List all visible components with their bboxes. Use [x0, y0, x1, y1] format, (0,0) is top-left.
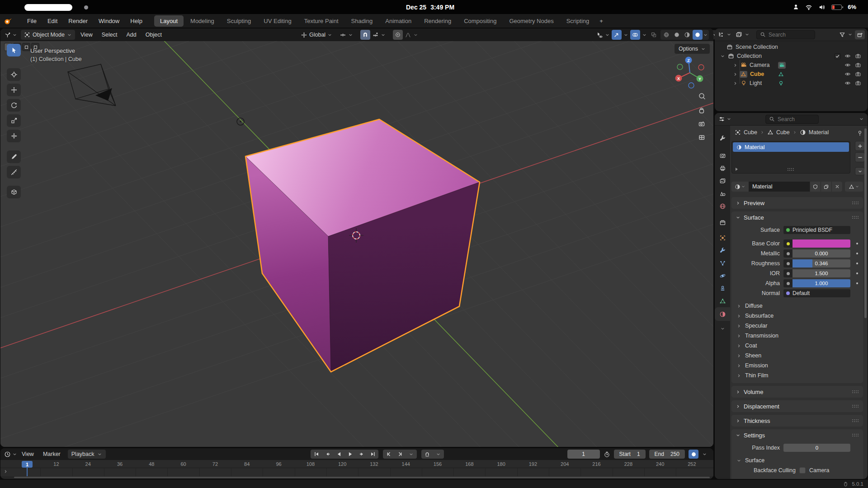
animate-dot[interactable] [856, 243, 858, 244]
show-gizmo-toggle[interactable] [612, 30, 622, 40]
drag-handle[interactable] [852, 434, 859, 437]
gizmo-neg-y[interactable] [677, 64, 683, 70]
collection-checkbox[interactable] [835, 53, 840, 59]
channel-expand-icon[interactable] [3, 469, 8, 474]
properties-tab-output[interactable] [715, 162, 730, 174]
tool-move[interactable] [7, 84, 21, 96]
viewport-menu-add[interactable]: Add [127, 32, 137, 38]
properties-search[interactable] [765, 115, 819, 124]
xray-toggle[interactable] [649, 30, 659, 40]
editor-type-properties-icon[interactable] [718, 116, 725, 122]
editor-type-timeline-icon[interactable] [4, 451, 11, 458]
pivot-point-icon[interactable] [340, 32, 346, 38]
hide-viewport-icon[interactable] [844, 71, 851, 77]
material-slot-list[interactable]: Material [731, 141, 850, 174]
chevron-down-icon[interactable] [848, 32, 853, 37]
frame-start-field[interactable]: Start1 [614, 450, 646, 459]
workspace-tab-uv-editing[interactable]: UV Editing [258, 15, 297, 27]
shading-wireframe-button[interactable] [661, 30, 671, 40]
tool-select-box[interactable] [7, 44, 21, 56]
timeline-ruler[interactable]: 1122436486072849610812013214415616818019… [0, 460, 713, 468]
chevron-down-icon[interactable] [381, 33, 386, 38]
timeline-menu-marker[interactable]: Marker [43, 451, 61, 457]
chevron-down-icon[interactable] [745, 32, 750, 37]
snap-toggle[interactable] [360, 30, 370, 40]
base-color-swatch[interactable] [793, 239, 850, 248]
properties-tab-world[interactable] [715, 200, 730, 212]
subpanel-subsurface[interactable]: Subsurface [731, 311, 863, 321]
chevron-down-icon[interactable] [642, 33, 647, 38]
hide-viewport-icon[interactable] [844, 62, 851, 68]
breadcrumb-data[interactable]: Cube [776, 129, 790, 136]
chevron-down-icon[interactable] [348, 33, 353, 38]
properties-tab-physics[interactable] [715, 269, 730, 282]
disable-render-icon[interactable] [855, 53, 861, 59]
drag-handle[interactable] [788, 168, 794, 171]
workspace-tab-shading[interactable]: Shading [345, 15, 379, 27]
properties-tab-collection[interactable] [715, 216, 730, 229]
shading-solid-button[interactable] [672, 30, 682, 40]
menu-file[interactable]: File [27, 18, 37, 24]
normal-dropdown[interactable]: Default [783, 289, 850, 297]
menu-render[interactable]: Render [68, 18, 88, 24]
gizmo-neg-z[interactable] [689, 83, 694, 88]
orientation-dropdown[interactable]: Global [309, 32, 326, 38]
keying-dropdown[interactable] [433, 450, 444, 459]
options-dropdown[interactable]: Options [675, 44, 710, 54]
frame-jump-dropdown[interactable] [406, 450, 417, 459]
panel-surface[interactable]: Surface Surface Principled BSDF Base Col… [731, 211, 863, 383]
subpanel-surface-settings[interactable]: Surface [731, 455, 863, 465]
properties-tab-render[interactable] [715, 149, 730, 162]
pass-index-field[interactable]: 0 [783, 444, 850, 452]
timeline-channels[interactable] [0, 468, 713, 476]
use-preview-range-icon[interactable] [604, 451, 610, 458]
animate-dot[interactable] [856, 282, 858, 284]
tool-scale[interactable] [7, 114, 21, 127]
next-keyframe-button[interactable] [356, 450, 367, 459]
chevron-down-icon[interactable] [726, 32, 731, 37]
menu-window[interactable]: Window [99, 18, 119, 24]
add-slot-button[interactable] [855, 141, 865, 151]
chevron-down-icon[interactable] [12, 452, 17, 457]
drag-handle[interactable] [852, 405, 859, 408]
tool-add-cube[interactable] [7, 186, 21, 198]
properties-tab-modifiers[interactable] [715, 244, 730, 257]
material-slot-selected[interactable]: Material [733, 142, 849, 152]
outliner-search[interactable] [756, 30, 815, 39]
chevron-down-icon[interactable] [859, 117, 864, 122]
show-object-types-icon[interactable] [596, 31, 603, 38]
playhead-line[interactable] [27, 467, 28, 476]
subpanel-diffuse[interactable]: Diffuse [731, 301, 863, 311]
menu-help[interactable]: Help [130, 18, 142, 24]
drag-handle[interactable] [852, 419, 859, 422]
socket-icon[interactable] [783, 269, 793, 277]
outliner-row-scene-collection[interactable]: Scene Collection [715, 42, 868, 52]
outliner-row-cube[interactable]: Cube [715, 70, 868, 79]
select-mode-subtract[interactable] [22, 43, 30, 51]
chevron-down-icon[interactable] [702, 452, 707, 457]
shading-material-button[interactable] [682, 30, 692, 40]
backface-camera-checkbox[interactable] [799, 467, 806, 474]
viewport-menu-select[interactable]: Select [102, 32, 118, 38]
breadcrumb-material[interactable]: Material [809, 129, 829, 136]
tab-overflow-icon[interactable] [715, 326, 730, 331]
tool-measure[interactable] [7, 166, 21, 178]
tool-annotate[interactable] [7, 150, 21, 163]
disable-render-icon[interactable] [855, 71, 861, 77]
next-frame-button[interactable] [394, 450, 406, 459]
properties-search-input[interactable] [778, 116, 811, 122]
jump-to-start-button[interactable] [311, 450, 322, 459]
subpanel-specular[interactable]: Specular [731, 321, 863, 331]
chevron-right-icon[interactable] [733, 81, 738, 86]
playback-dropdown[interactable]: Playback [68, 450, 106, 459]
metallic-slider[interactable]: 0.000 [793, 249, 850, 258]
play-button[interactable] [344, 450, 356, 459]
editor-type-outliner-icon[interactable] [717, 31, 724, 38]
properties-tab-material[interactable] [715, 307, 730, 321]
mode-dropdown[interactable]: Object Mode [21, 30, 75, 40]
outliner-search-input[interactable] [769, 32, 814, 38]
display-mode-icon[interactable] [736, 31, 742, 38]
wifi-icon[interactable] [805, 4, 812, 11]
properties-scrollbar[interactable] [864, 128, 867, 318]
chevron-down-icon[interactable] [605, 33, 610, 38]
